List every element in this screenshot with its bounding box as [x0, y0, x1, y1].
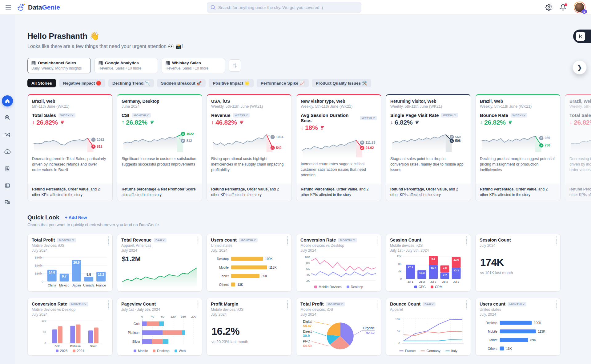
- svg-text:0: 0: [42, 280, 43, 283]
- sidebar-item-chat-check[interactable]: [2, 197, 13, 208]
- hamburger-menu-icon[interactable]: [6, 5, 11, 10]
- kebab-menu-icon[interactable]: ⋮⋮⋮: [285, 301, 290, 309]
- story-card-5[interactable]: Brazil, WebWeekly, 5th-11th June (WK21)B…: [475, 94, 561, 201]
- story-card-0[interactable]: Brazil, Web5th-11th June (WK21)Total Sal…: [27, 94, 113, 201]
- trend-funnel-icon: [414, 120, 419, 125]
- story-card-3[interactable]: New visitor type, WebWeekly, 5th-11th Ju…: [296, 94, 381, 201]
- page-title: Hello Prashanth 👋: [27, 31, 591, 41]
- quicklook-card-6[interactable]: ⋮⋮⋮Conversion RateMONTHLYMobile devices …: [27, 298, 113, 356]
- svg-text:P: P: [182, 139, 184, 142]
- filter-pill-2[interactable]: Declining Trend 📉: [108, 79, 154, 87]
- sidebar-item-table[interactable]: [2, 180, 13, 191]
- story-period: Weekly, 5th-11th June (WK21): [569, 104, 591, 109]
- svg-text:812: 812: [186, 139, 192, 142]
- quicklook-card-5[interactable]: ⋮⋮⋮Session CountJuly 2024174Kvs 101K las…: [475, 234, 561, 292]
- quicklook-card-3[interactable]: ⋮⋮⋮Conversion RateMONTHLYMobile devices …: [296, 234, 381, 292]
- search-input[interactable]: [207, 2, 361, 13]
- notification-bell-icon[interactable]: [560, 4, 566, 11]
- arrow-down-icon: ↓: [211, 119, 214, 126]
- story-card-4[interactable]: Returning Visitor, WebWeekly, 5th-11th J…: [386, 94, 471, 201]
- kebab-menu-icon[interactable]: ⋮⋮⋮: [464, 237, 469, 245]
- svg-text:10.3: 10.3: [419, 271, 425, 274]
- quicklook-card-10[interactable]: ⋮⋮⋮Bounce CountDAILYApparel10k5k0FranceG…: [386, 298, 471, 356]
- svg-text:Desktop: Desktop: [217, 257, 228, 261]
- quicklook-card-1[interactable]: ⋮⋮⋮Total RevenueDAILYApparel, AmericasJu…: [117, 234, 202, 292]
- filter-pill-5[interactable]: Performance Spike 📈: [257, 79, 309, 87]
- dataset-filter-button[interactable]: [229, 59, 241, 72]
- svg-text:Silver: Silver: [132, 340, 141, 343]
- user-avatar[interactable]: 1: [574, 2, 585, 13]
- chart-title: Total Revenue: [121, 238, 151, 242]
- dataset-tab-0[interactable]: Omnichannel SalesDaily, Weekly, Monthly …: [27, 58, 91, 73]
- kebab-menu-icon[interactable]: ⋮⋮⋮: [106, 301, 111, 309]
- kebab-menu-icon[interactable]: ⋮⋮⋮: [285, 237, 290, 245]
- story-footer: Returns percentage & Net Promoter Score …: [117, 184, 202, 201]
- kebab-menu-icon[interactable]: ⋮⋮⋮: [195, 301, 200, 309]
- svg-text:0: 0: [44, 342, 46, 345]
- kebab-menu-icon[interactable]: ⋮⋮⋮: [195, 237, 200, 245]
- arrow-down-icon: ↓: [480, 119, 483, 126]
- quicklook-card-9[interactable]: ⋮⋮⋮Total ProfitMONTHLYMobile devices, iO…: [296, 298, 381, 356]
- filter-pill-1[interactable]: Negative Impact 🛑: [59, 79, 105, 87]
- collapse-panel-button[interactable]: [573, 30, 591, 43]
- dataset-tab-title: Google Analytics: [105, 61, 139, 65]
- story-description: Rising operational costs highlight ineff…: [211, 156, 287, 173]
- story-card-2[interactable]: USA, iOSWeekly, 5th-11th June (WK21)Reve…: [207, 94, 292, 201]
- sidebar-item-report[interactable]: [2, 163, 13, 174]
- story-period: 5th-11th June (WK21): [32, 104, 108, 109]
- quick-look-grid: ⋮⋮⋮Total ProfitMONTHLYMobile devices, iO…: [27, 234, 591, 364]
- mini-chart: $1.2M: [121, 254, 198, 289]
- frequency-badge: WEEKLY: [511, 113, 528, 118]
- sidebar-item-home[interactable]: [2, 95, 13, 106]
- trend-funnel-icon: [319, 126, 324, 130]
- kebab-menu-icon[interactable]: ⋮⋮⋮: [464, 301, 469, 309]
- chart-subtitle: Apparel, AmericasJuly 2024: [121, 243, 198, 253]
- quicklook-card-8[interactable]: ⋮⋮⋮Profit MarginMobile devices, iOSJuly …: [207, 298, 292, 356]
- svg-text:Jul 2: Jul 2: [419, 280, 425, 283]
- trend-funnel-icon: [59, 120, 65, 125]
- trend-funnel-icon: [507, 120, 513, 125]
- quicklook-card-4[interactable]: ⋮⋮⋮Session CountMobile devices, iOSJuly …: [386, 234, 471, 292]
- chart-title: Profit Margin: [211, 302, 238, 306]
- filter-pill-0[interactable]: All Stories: [27, 79, 56, 87]
- sidebar-item-shuffle[interactable]: [2, 129, 13, 140]
- app-logo[interactable]: DataGenie: [17, 3, 60, 11]
- quicklook-card-11[interactable]: ⋮⋮⋮Users countMONTHLYUnited statesJuly, …: [475, 298, 561, 356]
- story-card-1[interactable]: Germany, DesktopJune 2024CSIMONTHLY↑26.8…: [117, 94, 202, 201]
- kebab-menu-icon[interactable]: ⋮⋮⋮: [375, 301, 380, 309]
- kebab-menu-icon[interactable]: ⋮⋮⋮: [554, 237, 559, 245]
- quicklook-card-0[interactable]: ⋮⋮⋮Total ProfitMONTHLYMobile devices, iO…: [27, 234, 113, 292]
- filter-pill-4[interactable]: Positive Impact 🌟: [209, 79, 254, 87]
- carousel-next-button[interactable]: ❯: [573, 60, 587, 74]
- story-description: Stagnant sales point to a drop in conver…: [390, 156, 466, 173]
- sidebar-item-explore[interactable]: [2, 112, 13, 123]
- mini-chart: 174Kvs 101K last month: [480, 249, 556, 289]
- kebab-menu-icon[interactable]: ⋮⋮⋮: [375, 237, 380, 245]
- mini-chart: 04080120160200GoldPlatinumSilverMobileDe…: [121, 313, 198, 353]
- filter-pill-3[interactable]: Sudden Breakout 🚀: [157, 79, 206, 87]
- cloud-bolt-icon: [4, 148, 11, 155]
- table-grid-icon: [31, 61, 36, 65]
- kebab-menu-icon[interactable]: ⋮⋮⋮: [554, 301, 559, 309]
- svg-text:Japan: Japan: [72, 284, 81, 287]
- legend-item: Mobile: [134, 349, 148, 353]
- story-card-6[interactable]: Brazil, WebWeekly, 5th-11th June (WK21)T…: [565, 94, 591, 201]
- quicklook-card-7[interactable]: ⋮⋮⋮Pageview CountJuly 1st - July 5th, 20…: [117, 298, 202, 356]
- quicklook-card-2[interactable]: ⋮⋮⋮Users countMONTHLYUnited statesJuly, …: [207, 234, 292, 292]
- dataset-tab-1[interactable]: Google AnalyticsRevenue, Sales +10 more: [94, 58, 158, 73]
- svg-text:89K: 89K: [262, 274, 267, 278]
- chart-subtitle: United statesJuly, 2024: [480, 307, 556, 317]
- chart-title: Users count: [480, 302, 505, 306]
- story-chart: PA1022812: [32, 127, 108, 154]
- story-change-value: ↓26.82%: [32, 119, 108, 126]
- dataset-tab-2[interactable]: Whiskey SalesRevenue, Sales +10 more: [162, 58, 225, 73]
- add-new-button[interactable]: Add New: [65, 215, 87, 220]
- kebab-menu-icon[interactable]: ⋮⋮⋮: [106, 237, 111, 245]
- svg-text:P: P: [272, 135, 274, 138]
- story-period: Weekly, 5th-11th June (WK21): [211, 104, 287, 109]
- svg-text:13K: 13K: [506, 347, 512, 350]
- mini-chart: 16.2%vs 20.23% last month: [211, 318, 287, 353]
- filter-pill-6[interactable]: Product Quality Issues 🛠️: [312, 79, 371, 87]
- sidebar-item-cloud-bolt[interactable]: [2, 146, 13, 157]
- settings-gear-icon[interactable]: [545, 4, 552, 11]
